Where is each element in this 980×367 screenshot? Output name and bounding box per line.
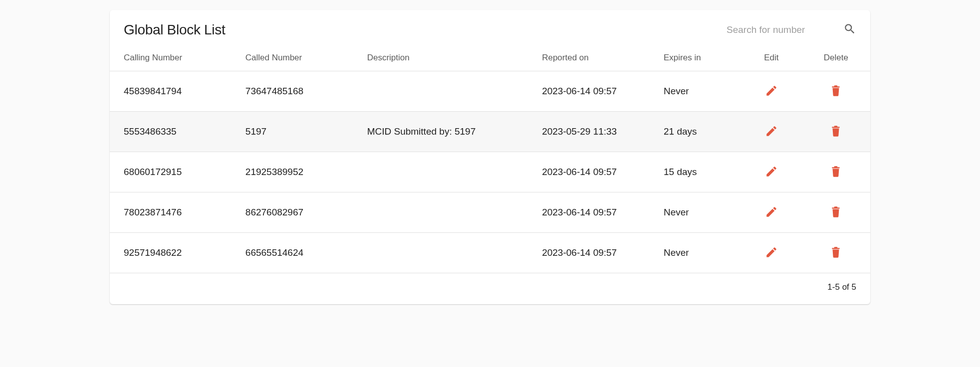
cell-called: 86276082967 (232, 192, 353, 233)
trash-icon (829, 165, 842, 180)
cell-expires: 15 days (650, 152, 741, 192)
card-header: Global Block List (110, 10, 870, 47)
col-header-calling: Calling Number (110, 47, 232, 71)
search-container (727, 22, 856, 37)
table-row: 45839841794736474851682023-06-14 09:57Ne… (110, 71, 870, 112)
edit-button[interactable] (762, 244, 780, 262)
trash-icon (829, 205, 842, 220)
search-icon[interactable] (843, 22, 856, 37)
col-header-description: Description (353, 47, 528, 71)
cell-reported: 2023-06-14 09:57 (528, 71, 650, 112)
cell-description (353, 192, 528, 233)
cell-description (353, 152, 528, 192)
table-row: 55534863355197MCID Submitted by: 5197202… (110, 112, 870, 152)
cell-delete (802, 71, 870, 112)
pencil-icon (765, 205, 778, 220)
cell-edit (741, 192, 802, 233)
page-title: Global Block List (124, 22, 225, 38)
col-header-delete: Delete (802, 47, 870, 71)
cell-expires: Never (650, 233, 741, 273)
table-row: 68060172915219253899522023-06-14 09:5715… (110, 152, 870, 192)
cell-called: 5197 (232, 112, 353, 152)
cell-delete (802, 112, 870, 152)
pencil-icon (765, 165, 778, 180)
cell-reported: 2023-06-14 09:57 (528, 192, 650, 233)
cell-expires: 21 days (650, 112, 741, 152)
search-input[interactable] (727, 24, 836, 35)
edit-button[interactable] (762, 163, 780, 181)
cell-reported: 2023-06-14 09:57 (528, 233, 650, 273)
col-header-reported: Reported on (528, 47, 650, 71)
cell-description: MCID Submitted by: 5197 (353, 112, 528, 152)
col-header-expires: Expires in (650, 47, 741, 71)
pencil-icon (765, 84, 778, 99)
cell-calling: 68060172915 (110, 152, 232, 192)
cell-edit (741, 71, 802, 112)
cell-expires: Never (650, 71, 741, 112)
cell-delete (802, 152, 870, 192)
cell-reported: 2023-05-29 11:33 (528, 112, 650, 152)
cell-description (353, 71, 528, 112)
cell-edit (741, 233, 802, 273)
delete-button[interactable] (827, 123, 845, 141)
col-header-called: Called Number (232, 47, 353, 71)
cell-delete (802, 192, 870, 233)
cell-delete (802, 233, 870, 273)
cell-description (353, 233, 528, 273)
trash-icon (829, 84, 842, 99)
cell-called: 73647485168 (232, 71, 353, 112)
pencil-icon (765, 125, 778, 139)
cell-expires: Never (650, 192, 741, 233)
pagination-text: 1-5 of 5 (827, 282, 856, 292)
table-header-row: Calling Number Called Number Description… (110, 47, 870, 71)
table-row: 92571948622665655146242023-06-14 09:57Ne… (110, 233, 870, 273)
block-list-table: Calling Number Called Number Description… (110, 47, 870, 273)
cell-calling: 5553486335 (110, 112, 232, 152)
edit-button[interactable] (762, 123, 780, 141)
cell-calling: 45839841794 (110, 71, 232, 112)
delete-button[interactable] (827, 203, 845, 221)
cell-reported: 2023-06-14 09:57 (528, 152, 650, 192)
cell-calling: 92571948622 (110, 233, 232, 273)
block-list-card: Global Block List Calling Number Called … (110, 10, 870, 304)
cell-edit (741, 112, 802, 152)
cell-edit (741, 152, 802, 192)
delete-button[interactable] (827, 244, 845, 262)
col-header-edit: Edit (741, 47, 802, 71)
trash-icon (829, 125, 842, 139)
delete-button[interactable] (827, 163, 845, 181)
edit-button[interactable] (762, 203, 780, 221)
trash-icon (829, 246, 842, 260)
cell-called: 66565514624 (232, 233, 353, 273)
delete-button[interactable] (827, 82, 845, 100)
table-footer: 1-5 of 5 (110, 273, 870, 304)
cell-calling: 78023871476 (110, 192, 232, 233)
cell-called: 21925389952 (232, 152, 353, 192)
table-row: 78023871476862760829672023-06-14 09:57Ne… (110, 192, 870, 233)
pencil-icon (765, 246, 778, 260)
edit-button[interactable] (762, 82, 780, 100)
